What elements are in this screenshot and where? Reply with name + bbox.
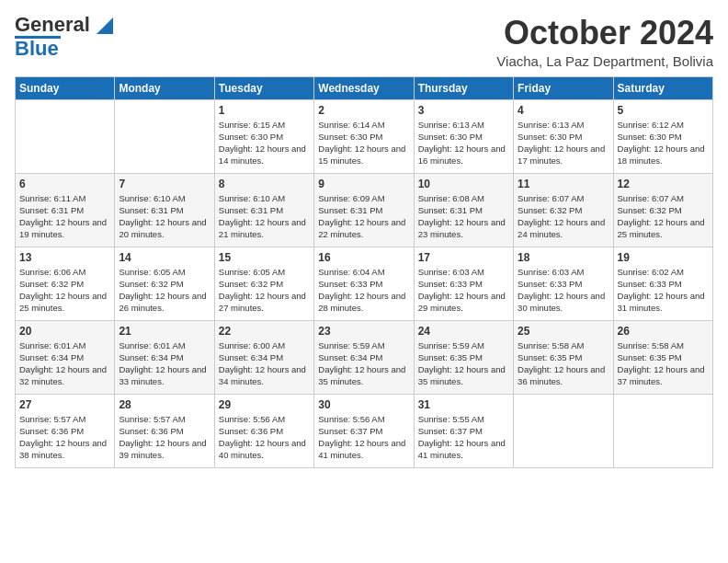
day-header: Tuesday	[214, 76, 313, 99]
day-info: Sunrise: 5:56 AMSunset: 6:37 PMDaylight:…	[318, 413, 409, 462]
calendar-cell: 20Sunrise: 6:01 AMSunset: 6:34 PMDayligh…	[16, 320, 115, 394]
calendar-cell: 5Sunrise: 6:12 AMSunset: 6:30 PMDaylight…	[613, 99, 712, 173]
day-info: Sunrise: 6:10 AMSunset: 6:31 PMDaylight:…	[119, 192, 210, 241]
day-info: Sunrise: 6:01 AMSunset: 6:34 PMDaylight:…	[19, 339, 110, 388]
day-info: Sunrise: 5:55 AMSunset: 6:37 PMDaylight:…	[418, 413, 509, 462]
calendar-cell: 4Sunrise: 6:13 AMSunset: 6:30 PMDaylight…	[514, 99, 613, 173]
calendar-cell	[115, 99, 214, 173]
day-number: 12	[618, 178, 709, 190]
logo-triangle-icon	[97, 17, 113, 34]
day-header: Saturday	[613, 76, 712, 99]
calendar-cell: 23Sunrise: 5:59 AMSunset: 6:34 PMDayligh…	[314, 320, 414, 394]
day-info: Sunrise: 5:58 AMSunset: 6:35 PMDaylight:…	[518, 339, 609, 388]
calendar-cell: 17Sunrise: 6:03 AMSunset: 6:33 PMDayligh…	[414, 247, 513, 320]
day-number: 23	[318, 325, 409, 338]
day-header: Sunday	[16, 76, 115, 99]
day-info: Sunrise: 6:08 AMSunset: 6:31 PMDaylight:…	[418, 192, 509, 241]
day-header: Monday	[115, 76, 214, 99]
day-number: 24	[418, 325, 509, 338]
day-info: Sunrise: 5:58 AMSunset: 6:35 PMDaylight:…	[618, 339, 709, 388]
day-number: 7	[119, 178, 210, 190]
calendar-cell: 30Sunrise: 5:56 AMSunset: 6:37 PMDayligh…	[314, 394, 414, 467]
day-info: Sunrise: 6:13 AMSunset: 6:30 PMDaylight:…	[518, 119, 609, 167]
day-info: Sunrise: 6:02 AMSunset: 6:33 PMDaylight:…	[618, 266, 709, 315]
day-number: 8	[219, 178, 310, 190]
day-number: 29	[219, 398, 310, 411]
calendar-cell: 26Sunrise: 5:58 AMSunset: 6:35 PMDayligh…	[613, 320, 712, 394]
day-number: 11	[518, 178, 609, 190]
day-number: 20	[19, 325, 110, 338]
day-info: Sunrise: 6:15 AMSunset: 6:30 PMDaylight:…	[219, 119, 310, 167]
day-info: Sunrise: 5:57 AMSunset: 6:36 PMDaylight:…	[119, 413, 210, 462]
day-number: 10	[418, 178, 509, 190]
calendar-cell: 21Sunrise: 6:01 AMSunset: 6:34 PMDayligh…	[115, 320, 214, 394]
day-header: Friday	[514, 76, 613, 99]
calendar-cell: 7Sunrise: 6:10 AMSunset: 6:31 PMDaylight…	[115, 173, 214, 247]
day-info: Sunrise: 6:05 AMSunset: 6:32 PMDaylight:…	[219, 266, 310, 315]
calendar-cell: 25Sunrise: 5:58 AMSunset: 6:35 PMDayligh…	[514, 320, 613, 394]
logo-text: General	[15, 15, 113, 35]
calendar-cell: 2Sunrise: 6:14 AMSunset: 6:30 PMDaylight…	[314, 99, 414, 173]
day-info: Sunrise: 6:03 AMSunset: 6:33 PMDaylight:…	[418, 266, 509, 315]
calendar-cell: 8Sunrise: 6:10 AMSunset: 6:31 PMDaylight…	[214, 173, 313, 247]
calendar-week-row: 20Sunrise: 6:01 AMSunset: 6:34 PMDayligh…	[16, 320, 713, 394]
day-number: 18	[518, 251, 609, 264]
calendar-cell: 12Sunrise: 6:07 AMSunset: 6:32 PMDayligh…	[613, 173, 712, 247]
day-number: 30	[318, 398, 409, 411]
day-info: Sunrise: 6:05 AMSunset: 6:32 PMDaylight:…	[119, 266, 210, 315]
calendar-week-row: 1Sunrise: 6:15 AMSunset: 6:30 PMDaylight…	[16, 99, 713, 173]
day-info: Sunrise: 6:09 AMSunset: 6:31 PMDaylight:…	[318, 192, 409, 241]
day-number: 28	[119, 398, 210, 411]
day-info: Sunrise: 6:01 AMSunset: 6:34 PMDaylight:…	[119, 339, 210, 388]
day-header: Thursday	[414, 76, 513, 99]
day-info: Sunrise: 5:56 AMSunset: 6:36 PMDaylight:…	[219, 413, 310, 462]
calendar-week-row: 13Sunrise: 6:06 AMSunset: 6:32 PMDayligh…	[16, 247, 713, 320]
day-header: Wednesday	[314, 76, 414, 99]
calendar-cell: 22Sunrise: 6:00 AMSunset: 6:34 PMDayligh…	[214, 320, 313, 394]
day-info: Sunrise: 6:00 AMSunset: 6:34 PMDaylight:…	[219, 339, 310, 388]
day-number: 3	[418, 104, 509, 117]
calendar-cell: 10Sunrise: 6:08 AMSunset: 6:31 PMDayligh…	[414, 173, 513, 247]
day-number: 15	[219, 251, 310, 264]
day-info: Sunrise: 6:14 AMSunset: 6:30 PMDaylight:…	[318, 119, 409, 167]
calendar-cell: 6Sunrise: 6:11 AMSunset: 6:31 PMDaylight…	[16, 173, 115, 247]
calendar-cell: 18Sunrise: 6:03 AMSunset: 6:33 PMDayligh…	[514, 247, 613, 320]
calendar-week-row: 6Sunrise: 6:11 AMSunset: 6:31 PMDaylight…	[16, 173, 713, 247]
logo: General Blue	[15, 15, 113, 59]
calendar-cell: 29Sunrise: 5:56 AMSunset: 6:36 PMDayligh…	[214, 394, 313, 467]
location-title: Viacha, La Paz Department, Bolivia	[496, 53, 713, 69]
svg-marker-0	[97, 17, 113, 34]
day-info: Sunrise: 6:10 AMSunset: 6:31 PMDaylight:…	[219, 192, 310, 241]
day-number: 6	[19, 178, 110, 190]
calendar-cell: 11Sunrise: 6:07 AMSunset: 6:32 PMDayligh…	[514, 173, 613, 247]
calendar-cell: 3Sunrise: 6:13 AMSunset: 6:30 PMDaylight…	[414, 99, 513, 173]
day-info: Sunrise: 6:07 AMSunset: 6:32 PMDaylight:…	[518, 192, 609, 241]
logo-blue-text: Blue	[15, 39, 59, 59]
calendar-cell: 13Sunrise: 6:06 AMSunset: 6:32 PMDayligh…	[16, 247, 115, 320]
day-number: 26	[618, 325, 709, 338]
calendar-cell: 16Sunrise: 6:04 AMSunset: 6:33 PMDayligh…	[314, 247, 414, 320]
calendar-cell: 15Sunrise: 6:05 AMSunset: 6:32 PMDayligh…	[214, 247, 313, 320]
day-number: 2	[318, 104, 409, 117]
day-info: Sunrise: 5:59 AMSunset: 6:34 PMDaylight:…	[318, 339, 409, 388]
calendar-cell: 27Sunrise: 5:57 AMSunset: 6:36 PMDayligh…	[16, 394, 115, 467]
day-info: Sunrise: 5:59 AMSunset: 6:35 PMDaylight:…	[418, 339, 509, 388]
day-number: 22	[219, 325, 310, 338]
calendar-cell: 1Sunrise: 6:15 AMSunset: 6:30 PMDaylight…	[214, 99, 313, 173]
page-header: General Blue October 2024 Viacha, La Paz…	[15, 15, 713, 69]
day-number: 19	[618, 251, 709, 264]
calendar-table: SundayMondayTuesdayWednesdayThursdayFrid…	[15, 76, 713, 468]
day-info: Sunrise: 5:57 AMSunset: 6:36 PMDaylight:…	[19, 413, 110, 462]
title-area: October 2024 Viacha, La Paz Department, …	[496, 15, 713, 69]
day-number: 17	[418, 251, 509, 264]
calendar-cell: 14Sunrise: 6:05 AMSunset: 6:32 PMDayligh…	[115, 247, 214, 320]
month-title: October 2024	[496, 15, 713, 52]
calendar-cell	[613, 394, 712, 467]
calendar-cell: 28Sunrise: 5:57 AMSunset: 6:36 PMDayligh…	[115, 394, 214, 467]
day-info: Sunrise: 6:12 AMSunset: 6:30 PMDaylight:…	[618, 119, 709, 167]
calendar-cell	[514, 394, 613, 467]
day-number: 13	[19, 251, 110, 264]
day-info: Sunrise: 6:04 AMSunset: 6:33 PMDaylight:…	[318, 266, 409, 315]
day-info: Sunrise: 6:06 AMSunset: 6:32 PMDaylight:…	[19, 266, 110, 315]
day-number: 25	[518, 325, 609, 338]
